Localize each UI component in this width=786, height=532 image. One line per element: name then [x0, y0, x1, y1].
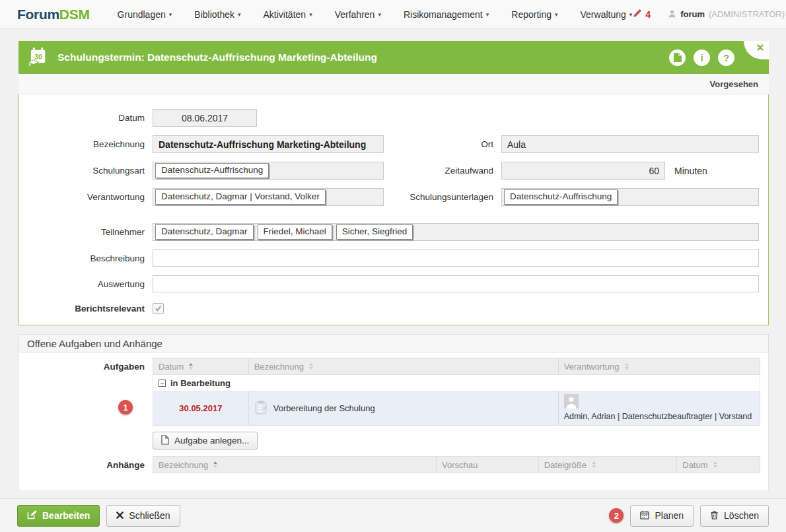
task-group-row[interactable]: in Bearbeitung [153, 375, 760, 391]
avatar [564, 394, 579, 409]
ort-input[interactable]: Aula [501, 135, 759, 153]
planen-button[interactable]: Planen [630, 505, 694, 527]
user-name: forum [680, 9, 705, 19]
column-header-vorschau[interactable]: Vorschau [437, 457, 539, 473]
pdf-export-icon[interactable] [669, 50, 686, 66]
field-label-schulungsunterlagen: Schulungsunterlagen [384, 192, 501, 202]
dialog-header: 30 Schulungstermin: Datenschutz-Auffrisc… [18, 41, 769, 74]
field-label-auswertung: Auswertung [19, 279, 153, 289]
verantwortung-tag[interactable]: Datenschutz, Dagmar | Vorstand, Volker [155, 189, 326, 205]
anhaenge-label: Anhänge [19, 456, 153, 473]
logo-text-forum: Forum [17, 7, 59, 22]
chevron-down-icon: ▾ [169, 11, 172, 18]
header-icon-group: i ? [669, 50, 734, 66]
nav-menu-bibliothek[interactable]: Bibliothek▾ [194, 9, 240, 20]
column-header-verantwortung[interactable]: Verantwortung [559, 358, 760, 374]
nav-menu-verfahren[interactable]: Verfahren▾ [335, 9, 381, 20]
bezeichnung-input[interactable]: Datenschutz-Auffrischung Marketing-Abtei… [153, 135, 384, 153]
sort-icon [713, 461, 717, 468]
nav-menu-reporting[interactable]: Reporting▾ [511, 9, 557, 20]
teilnehmer-tag[interactable]: Friedel, Michael [258, 224, 332, 240]
sort-icon [189, 363, 193, 370]
schulungsart-field[interactable]: Datenschutz-Auffrischung [153, 162, 384, 180]
sort-icon [213, 461, 217, 468]
task-responsible-cell: Admin, Adrian | Datenschutzbeauftragter … [559, 391, 760, 425]
zeitaufwand-input[interactable]: 60 [501, 162, 665, 180]
add-task-button[interactable]: Aufgabe anlegen... [153, 432, 258, 449]
user-menu[interactable]: forum (ADMINISTRATOR) ▾ [668, 9, 786, 20]
nav-menu-risikomanagement[interactable]: Risikomanagement▾ [404, 9, 489, 20]
field-label-schulungsart: Schulungsart [19, 166, 153, 176]
nav-menu-grundlagen[interactable]: Grundlagen▾ [118, 9, 172, 20]
field-label-beschreibung: Beschreibung [19, 253, 153, 263]
help-icon[interactable]: ? [718, 50, 734, 66]
task-name-cell: Vorbereitung der Schulung [249, 391, 559, 425]
info-icon[interactable]: i [694, 50, 710, 66]
datum-input[interactable]: 08.06.2017 [153, 109, 257, 127]
field-label-bezeichnung: Bezeichnung [19, 139, 153, 149]
status-badge: Vorgesehen [710, 79, 758, 89]
task-due-date: 30.05.2017 [153, 391, 249, 425]
pending-edits-indicator[interactable]: 4 [632, 9, 651, 20]
auswertung-input[interactable] [153, 275, 759, 292]
navbar-right: 4 forum (ADMINISTRATOR) ▾ [632, 9, 786, 20]
sort-icon [309, 363, 313, 370]
column-header-dateigroesse[interactable]: Dateigröße [539, 457, 678, 473]
trash-icon [710, 510, 719, 521]
aufgaben-label: Aufgaben [19, 358, 153, 426]
section-title: Offene Aufgaben und Anhänge [18, 334, 769, 352]
training-calendar-icon: 30 [28, 46, 50, 70]
teilnehmer-tag[interactable]: Datenschutz, Dagmar [155, 224, 254, 240]
sort-icon [592, 461, 596, 468]
aufgaben-table-header: Datum Bezeichnung Verantwortung [153, 358, 760, 375]
top-navbar: ForumDSM Grundlagen▾ Bibliothek▾ Aktivit… [0, 0, 786, 29]
schulungsunterlagen-field[interactable]: Datenschutz-Auffrischung [501, 188, 759, 206]
beschreibung-input[interactable] [153, 249, 759, 267]
column-header-datum[interactable]: Datum [153, 358, 249, 374]
nav-menu-aktivitaeten[interactable]: Aktivitäten▾ [264, 9, 312, 20]
loeschen-button[interactable]: Löschen [700, 505, 769, 527]
task-row[interactable]: 30.05.2017 Vorbereitung der Schul [153, 391, 760, 426]
logo-text-dsm: DSM [59, 7, 90, 22]
user-role: (ADMINISTRATOR) [709, 9, 785, 19]
schulungsart-tag[interactable]: Datenschutz-Auffrischung [155, 163, 269, 178]
annotation-badge-1: 1 [118, 400, 133, 415]
user-icon [668, 9, 676, 20]
bearbeiten-button[interactable]: Bearbeiten [17, 505, 100, 527]
zeitaufwand-unit: Minuten [674, 166, 707, 176]
teilnehmer-tag[interactable]: Sicher, Siegfried [336, 224, 413, 240]
chevron-down-icon: ▾ [555, 11, 558, 18]
task-responsible: Admin, Adrian | Datenschutzbeauftragter … [564, 412, 754, 421]
close-icon[interactable] [744, 41, 769, 59]
teilnehmer-field[interactable]: Datenschutz, Dagmar Friedel, Michael Sic… [153, 223, 759, 241]
task-name: Vorbereitung der Schulung [273, 403, 375, 413]
column-header-bezeichnung[interactable]: Bezeichnung [249, 358, 559, 374]
action-bar: Bearbeiten Schließen 2 Planen Löschen [0, 498, 786, 532]
berichtsrelevant-checkbox[interactable] [153, 303, 164, 314]
chevron-down-icon: ▾ [309, 11, 312, 18]
column-header-bezeichnung[interactable]: Bezeichnung [153, 457, 437, 473]
page-title: Schulungstermin: Datenschutz-Auffrischun… [57, 51, 377, 63]
new-document-icon [161, 435, 169, 447]
column-header-datum[interactable]: Datum [677, 457, 760, 473]
chevron-down-icon: ▾ [238, 11, 241, 18]
main-menu: Grundlagen▾ Bibliothek▾ Aktivitäten▾ Ver… [118, 9, 633, 20]
calendar-icon [640, 510, 649, 521]
aufgaben-table: Datum Bezeichnung Verantwortung [153, 358, 760, 426]
edit-count: 4 [645, 9, 651, 20]
field-label-teilnehmer: Teilnehmer [19, 227, 153, 237]
verantwortung-field[interactable]: Datenschutz, Dagmar | Vorstand, Volker [153, 188, 384, 206]
close-x-icon [116, 510, 124, 521]
schulungsunterlagen-tag[interactable]: Datenschutz-Auffrischung [504, 189, 618, 205]
edit-icon [27, 510, 37, 521]
nav-menu-verwaltung[interactable]: Verwaltung▾ [581, 9, 633, 20]
schliessen-button[interactable]: Schließen [106, 505, 180, 527]
field-label-datum: Datum [19, 113, 153, 123]
training-form: Datum 08.06.2017 Bezeichnung Datenschutz… [18, 94, 769, 325]
app-logo[interactable]: ForumDSM [17, 7, 90, 22]
pencil-icon [632, 9, 642, 20]
collapse-icon[interactable] [159, 380, 166, 387]
status-bar: Vorgesehen [18, 74, 769, 94]
anhaenge-table-header: Bezeichnung Vorschau Dateigröße Datum [153, 456, 760, 473]
group-label: in Bearbeitung [170, 378, 231, 388]
